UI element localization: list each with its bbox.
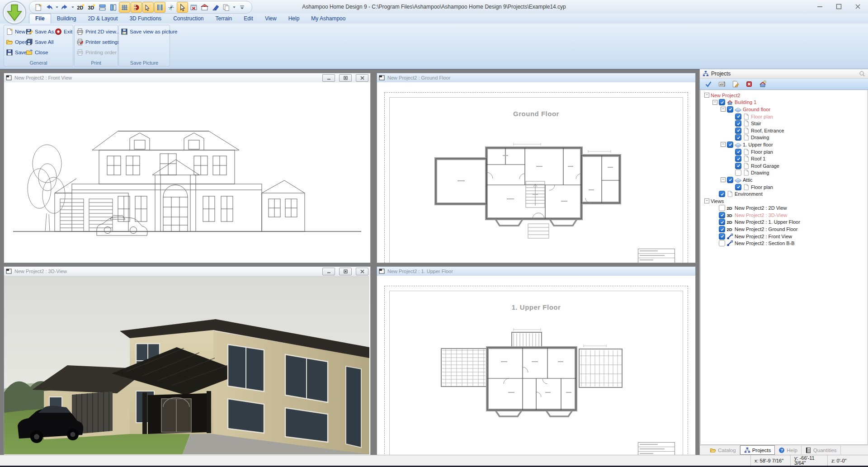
tree-item-floor-plan[interactable]: Floor plan [701,148,867,156]
upper-floor-canvas[interactable]: 1. Upper Floor [377,276,695,455]
guides-icon[interactable] [154,2,165,13]
visibility-checkbox[interactable] [735,127,741,134]
tab-3d-functions[interactable]: 3D Functions [123,14,167,24]
undo-icon[interactable] [44,2,54,12]
tree-item-new-project2-section-b-b[interactable]: New Project2 : Section B-B [701,240,867,247]
visibility-checkbox[interactable] [727,106,733,113]
tree-item-new-project2-front-view[interactable]: New Project2 : Front View [701,233,867,240]
window-front-view-titlebar[interactable]: New Project2 : Front View [4,73,370,82]
ribbon-item-new[interactable]: New [6,27,25,36]
ribbon-item-print-2d-view[interactable]: Print 2D view... [76,27,120,36]
visibility-checkbox[interactable] [719,205,725,211]
tree-item-floor-plan[interactable]: Floor plan [701,184,867,191]
tree-item-views[interactable]: −Views [701,198,867,205]
tree-item-stair[interactable]: Stair [701,120,867,127]
ground-floor-canvas[interactable]: Ground Floor [377,82,695,263]
tab-view[interactable]: View [259,14,283,24]
tab-help[interactable]: Help [283,14,306,24]
tree-item-new-project2-ground-floor[interactable]: 2DNew Project2 : Ground Floor [701,226,867,233]
redo-icon[interactable] [60,2,70,12]
collapse-icon[interactable]: − [721,107,726,112]
tab-my-ashampoo[interactable]: My Ashampoo [305,14,351,24]
tree-item-attic[interactable]: −Attic [701,176,867,184]
view-2d-icon[interactable]: 2D [75,2,86,12]
split-horizontal-icon[interactable] [97,2,108,12]
dropdown-icon[interactable] [71,2,75,12]
view-3d-icon[interactable]: 3D [86,2,97,12]
visibility-checkbox[interactable] [735,134,741,141]
ribbon-item-close[interactable]: Close [26,48,48,57]
maximize-window-icon[interactable] [829,0,848,13]
tree-item-roof-entrance[interactable]: Roof, Entrance [701,127,867,134]
collapse-icon[interactable]: − [721,142,726,147]
tab-2d-layout[interactable]: 2D & Layout [82,14,123,24]
pointer-icon[interactable] [177,2,188,13]
visibility-checkbox[interactable] [735,184,741,190]
tree-item-new-project2[interactable]: −New Project2 [701,92,867,99]
visibility-checkbox[interactable] [719,226,725,232]
grid-icon[interactable] [119,2,130,13]
tree-item-drawing[interactable]: Drawing [701,134,867,142]
apply-check-icon[interactable] [703,80,713,89]
close-window-icon[interactable] [848,0,867,13]
toolbar-overflow-icon[interactable] [237,2,247,12]
restore-icon[interactable] [339,74,352,82]
visibility-checkbox[interactable] [719,219,725,225]
front-view-canvas[interactable] [4,82,370,263]
tree-item-environment[interactable]: Environment [701,190,867,198]
visibility-checkbox[interactable] [735,163,741,169]
ribbon-item-save-all[interactable]: Save All [26,38,54,47]
window-ground-floor-titlebar[interactable]: New Project2 : Ground Floor [377,73,695,82]
panel-tab-projects[interactable]: Projects [740,445,775,455]
tab-file[interactable]: File [29,14,51,24]
panel-tab-catalog[interactable]: Catalog [706,446,740,454]
ribbon-item-printer-settings[interactable]: Printer settings... [76,38,124,47]
tree-item-new-project2-1-upper-floor[interactable]: 2DNew Project2 : 1. Upper Floor [701,219,867,226]
visibility-checkbox[interactable] [719,212,725,218]
edit-properties-icon[interactable] [731,80,741,89]
visibility-checkbox[interactable] [735,170,741,176]
visibility-checkbox[interactable] [735,120,741,127]
tree-item-floor-plan[interactable]: Floor plan [701,113,867,120]
split-vertical-icon[interactable] [108,2,118,12]
tab-building[interactable]: Building [51,14,82,24]
pin-panel-icon[interactable] [859,71,865,77]
magnet-icon[interactable] [131,2,142,13]
tab-edit[interactable]: Edit [238,14,259,24]
panel-tab-quantities[interactable]: Quantities [802,446,841,454]
roof-view-icon[interactable] [199,2,210,12]
collapse-icon[interactable]: − [704,93,709,98]
minimize-icon[interactable] [322,268,335,275]
collapse-icon[interactable]: − [712,100,717,105]
tree-item-roof-1[interactable]: Roof 1 [701,155,867,162]
ribbon-item-save-as[interactable]: Save As... [26,27,58,36]
visibility-checkbox[interactable] [719,233,725,240]
window-3d-view-titlebar[interactable]: New Project2 : 3D-View [4,267,370,276]
ribbon-item-exit[interactable]: Exit [55,27,72,36]
new-document-icon[interactable] [33,2,43,12]
visibility-checkbox[interactable] [727,142,733,148]
tree-item-new-project2-2d-view[interactable]: 2DNew Project2 : 2D View [701,205,867,212]
visibility-checkbox[interactable] [727,177,733,183]
close-icon[interactable] [356,268,368,275]
tree-item-drawing[interactable]: Drawing [701,170,867,177]
visibility-checkbox[interactable] [735,156,741,162]
delete-icon[interactable] [744,80,754,89]
3d-view-canvas[interactable] [4,276,370,455]
tree-item-building-1[interactable]: −Building 1 [701,99,867,106]
new-building-icon[interactable] [758,80,768,89]
tree-item-roof-garage[interactable]: Roof Garage [701,162,867,170]
visibility-checkbox[interactable] [719,191,725,197]
collapse-icon[interactable]: − [721,177,726,182]
panel-tab-help[interactable]: ?Help [775,446,802,454]
visibility-checkbox[interactable] [735,113,741,120]
close-view-icon[interactable] [189,2,199,12]
rename-icon[interactable]: abl [717,80,727,89]
minimize-icon[interactable] [322,74,335,82]
ribbon-item-save[interactable]: Save [6,48,27,57]
eraser-icon[interactable] [210,2,221,12]
tree-item-ground-floor[interactable]: −Ground floor [701,106,867,113]
select-elements-icon[interactable] [142,2,154,13]
dropdown-icon[interactable] [55,2,59,12]
minimize-window-icon[interactable] [810,0,829,13]
